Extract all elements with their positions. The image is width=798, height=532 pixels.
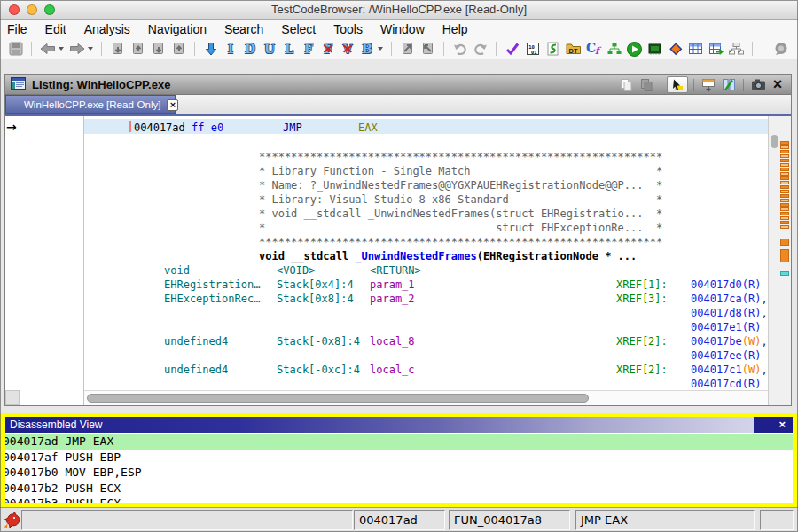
listing-row[interactable]: void<VOID><RETURN> (5, 264, 768, 278)
comment-bubble-icon[interactable] (772, 40, 790, 58)
menu-select[interactable]: Select (281, 22, 316, 36)
disasm-line[interactable]: 004017b0 MOV EBP,ESP (5, 465, 793, 481)
data-diamond-icon[interactable] (667, 40, 685, 58)
flag-letter-i[interactable]: I (221, 42, 240, 56)
listing-row[interactable]: undefined4Stack[-0xc]:4local_cXREF[2]:00… (5, 364, 768, 378)
validate-check-icon[interactable] (504, 40, 521, 58)
disassembled-view-body[interactable]: 004017ad JMP EAX004017af PUSH EBP004017b… (5, 433, 793, 503)
listing-row[interactable]: 004017ee(R) (5, 349, 768, 364)
navigation-marker[interactable] (780, 212, 789, 215)
compare-functions-icon[interactable]: Cf (585, 40, 603, 58)
memory-map-icon[interactable] (646, 40, 664, 58)
paste-icon[interactable] (638, 76, 655, 93)
disasm-line[interactable]: 004017af PUSH EBP (5, 450, 793, 466)
page-arrow-up-alt-icon[interactable] (170, 40, 188, 58)
navigation-marker[interactable] (780, 239, 789, 246)
dropdown-caret-icon[interactable] (378, 47, 383, 51)
navigation-marker[interactable] (780, 249, 789, 262)
copy-icon[interactable] (617, 76, 635, 93)
navigation-marker[interactable] (780, 181, 789, 184)
page-arrow-down-alt-icon[interactable] (150, 40, 168, 58)
navigation-marker[interactable] (780, 216, 789, 220)
navigation-marker[interactable] (780, 199, 789, 202)
navigation-marker[interactable] (780, 207, 789, 211)
tab-winhellocpp[interactable]: WinHelloCPP.exe [Read-Only] × (5, 95, 176, 114)
listing-row[interactable]: 004017e1(R) (5, 321, 768, 335)
page-arrow-down-icon[interactable] (109, 40, 127, 58)
dropdown-caret-icon[interactable] (88, 47, 93, 51)
flag-letter-l[interactable]: L (279, 42, 299, 56)
navigation-marker[interactable] (780, 172, 789, 176)
listing-row[interactable]: EHExceptionRec…Stack[0x8]:4param_2XREF[3… (5, 293, 768, 307)
flag-letter-d[interactable]: D (240, 42, 260, 56)
flag-letter-v-struck[interactable]: V (338, 42, 357, 56)
navigation-marker-margin[interactable] (779, 116, 791, 405)
arrow-down-blue-icon[interactable] (202, 40, 220, 58)
navigation-marker[interactable] (780, 163, 789, 167)
navigation-marker[interactable] (780, 271, 789, 276)
listing-row[interactable]: EHRegistration…Stack[0x4]:4param_1XREF[1… (5, 278, 768, 293)
flag-letter-f-struck[interactable]: F (318, 42, 338, 56)
listing-row[interactable]: * Library Function - Single Match * (5, 165, 768, 179)
navigation-marker[interactable] (780, 168, 789, 171)
navigation-marker[interactable] (780, 194, 789, 198)
navigation-marker[interactable] (780, 203, 789, 207)
navigation-marker[interactable] (780, 190, 789, 193)
navigation-marker[interactable] (780, 225, 789, 229)
listing-row[interactable]: * Library: Visual Studio 8 x86 Standard … (5, 193, 768, 207)
call-tree-icon[interactable] (606, 40, 623, 58)
listing-row[interactable]: 004017d8(R), (5, 307, 768, 321)
menu-navigation[interactable]: Navigation (148, 22, 207, 36)
run-icon[interactable] (626, 40, 644, 58)
menu-edit[interactable]: Edit (45, 22, 66, 36)
disasm-line[interactable]: 004017b2 PUSH ECX (5, 481, 793, 497)
navigation-marker[interactable] (780, 159, 789, 162)
field-header-icon[interactable] (700, 76, 717, 93)
disassembled-view-titlebar[interactable]: Disassembled View × (5, 417, 793, 433)
navigation-marker[interactable] (780, 145, 789, 149)
vertical-scrollbar[interactable] (768, 116, 779, 405)
save-icon[interactable] (7, 40, 25, 58)
listing-close-icon[interactable]: × (770, 77, 786, 92)
menu-window[interactable]: Window (380, 22, 425, 36)
disasm-line[interactable]: 004017ad JMP EAX (5, 434, 793, 450)
menu-help[interactable]: Help (442, 22, 468, 36)
disassembled-view-close-icon[interactable]: × (754, 417, 793, 433)
maximize-traffic-light[interactable] (44, 4, 55, 15)
page-arrow-up-icon[interactable] (129, 40, 147, 58)
listing-row[interactable]: * struct EHExceptionRe... * (5, 222, 768, 236)
navigation-marker[interactable] (780, 150, 789, 153)
nav-forward-icon[interactable] (68, 40, 86, 58)
undo-icon[interactable] (451, 40, 469, 58)
listing-row[interactable]: 004017ad ff e0JMPEAX (5, 121, 768, 136)
vertical-scrollbar-thumb[interactable] (771, 135, 778, 148)
listing-row[interactable]: ****************************************… (5, 151, 768, 165)
listing-row[interactable]: ****************************************… (5, 236, 768, 250)
page-refresh-out-icon[interactable] (419, 40, 437, 58)
page-refresh-in-icon[interactable] (399, 40, 417, 58)
binary-bytes-icon[interactable]: 1001 (524, 40, 542, 58)
menu-search[interactable]: Search (224, 22, 263, 36)
horizontal-scrollbar[interactable] (84, 390, 768, 405)
redo-icon[interactable] (472, 40, 489, 58)
flag-letter-b[interactable]: B (357, 42, 377, 56)
menu-tools[interactable]: Tools (333, 22, 363, 36)
symbol-references-icon[interactable] (708, 40, 725, 58)
navigation-marker[interactable] (780, 185, 789, 189)
symbol-table-icon[interactable] (687, 40, 705, 58)
edit-fields-icon[interactable] (720, 76, 738, 93)
listing-row[interactable]: void __stdcall _UnwindNestedFrames(EHReg… (5, 250, 768, 264)
listing-row[interactable]: undefined4Stack[-0x8]:4local_8XREF[2]:00… (5, 335, 768, 349)
menu-file[interactable]: File (7, 22, 27, 36)
navigation-marker[interactable] (780, 176, 789, 180)
horizontal-scrollbar-thumb[interactable] (87, 394, 589, 403)
disasm-line[interactable]: 004017b3 PUSH ECX (5, 496, 793, 503)
data-type-manager-icon[interactable]: DT (565, 40, 583, 58)
navigation-marker[interactable] (780, 141, 789, 145)
flag-letter-f[interactable]: F (299, 42, 318, 56)
listing-body[interactable]: → 004017ad ff e0JMPEAX******************… (5, 116, 768, 405)
listing-panel-header[interactable]: Listing: WinHelloCPP.exe × (5, 75, 791, 95)
ghidra-dragon-icon[interactable] (3, 510, 22, 531)
navigation-marker[interactable] (780, 221, 789, 224)
flag-letter-u[interactable]: U (260, 42, 279, 56)
